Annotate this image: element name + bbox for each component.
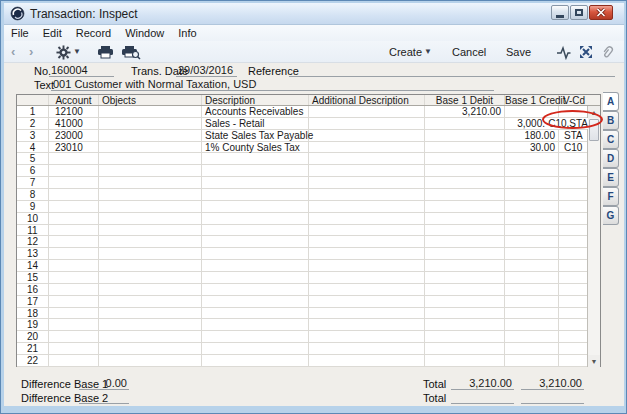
- cell-vcd[interactable]: [559, 331, 589, 343]
- cell-num[interactable]: 12: [17, 236, 49, 248]
- cell-addl[interactable]: [309, 272, 425, 284]
- cell-credit[interactable]: [505, 296, 559, 308]
- cell-description[interactable]: [202, 248, 309, 260]
- menu-item-info[interactable]: Info: [171, 27, 203, 39]
- operations-menu-button[interactable]: ▼: [56, 41, 81, 63]
- cell-num[interactable]: 16: [17, 284, 49, 296]
- side-tab-g[interactable]: G: [603, 206, 619, 225]
- cell-objects[interactable]: [99, 319, 202, 331]
- cell-objects[interactable]: [99, 331, 202, 343]
- cell-num[interactable]: 1: [17, 106, 49, 118]
- cell-account[interactable]: [49, 225, 99, 237]
- cell-credit[interactable]: [505, 165, 559, 177]
- cell-description[interactable]: [202, 284, 309, 296]
- cell-credit[interactable]: [505, 213, 559, 225]
- cell-vcd[interactable]: [559, 236, 589, 248]
- cell-objects[interactable]: [99, 272, 202, 284]
- cell-objects[interactable]: [99, 142, 202, 154]
- cell-account[interactable]: [49, 343, 99, 355]
- header-base1-credit[interactable]: Base 1 Credit: [505, 95, 559, 105]
- cell-addl[interactable]: [309, 260, 425, 272]
- cell-addl[interactable]: [309, 118, 425, 130]
- cell-vcd[interactable]: [559, 296, 589, 308]
- cell-num[interactable]: 11: [17, 225, 49, 237]
- cell-account[interactable]: [49, 213, 99, 225]
- cell-addl[interactable]: [309, 296, 425, 308]
- cell-debit[interactable]: [425, 225, 505, 237]
- cell-objects[interactable]: [99, 153, 202, 165]
- cell-addl[interactable]: [309, 284, 425, 296]
- cell-vcd[interactable]: [559, 189, 589, 201]
- cell-addl[interactable]: [309, 213, 425, 225]
- cell-objects[interactable]: [99, 118, 202, 130]
- cell-objects[interactable]: [99, 343, 202, 355]
- cell-vcd[interactable]: [559, 248, 589, 260]
- menu-item-record[interactable]: Record: [69, 27, 118, 39]
- cell-addl[interactable]: [309, 319, 425, 331]
- cell-addl[interactable]: [309, 355, 425, 367]
- cell-description[interactable]: [202, 260, 309, 272]
- cell-vcd[interactable]: [559, 319, 589, 331]
- cell-credit[interactable]: [505, 248, 559, 260]
- side-tab-c[interactable]: C: [603, 130, 619, 149]
- cell-vcd[interactable]: [559, 308, 589, 320]
- cell-credit[interactable]: 180.00: [505, 130, 559, 142]
- cell-objects[interactable]: [99, 213, 202, 225]
- cell-objects[interactable]: [99, 236, 202, 248]
- cell-num[interactable]: 10: [17, 213, 49, 225]
- reference-input[interactable]: [289, 64, 615, 77]
- cell-debit[interactable]: [425, 142, 505, 154]
- cell-addl[interactable]: [309, 177, 425, 189]
- cell-account[interactable]: 12100: [49, 106, 99, 118]
- cell-num[interactable]: 3: [17, 130, 49, 142]
- cell-debit[interactable]: [425, 201, 505, 213]
- cancel-button[interactable]: Cancel: [452, 41, 486, 63]
- cell-credit[interactable]: [505, 236, 559, 248]
- cell-account[interactable]: [49, 355, 99, 367]
- cell-addl[interactable]: [309, 236, 425, 248]
- cell-num[interactable]: 21: [17, 343, 49, 355]
- scroll-up-button[interactable]: ▲: [588, 106, 600, 118]
- cell-debit[interactable]: 3,210.00: [425, 106, 505, 118]
- back-button[interactable]: ‹: [11, 41, 15, 63]
- cell-account[interactable]: [49, 236, 99, 248]
- cell-num[interactable]: 6: [17, 165, 49, 177]
- cell-account[interactable]: 23010: [49, 142, 99, 154]
- cell-vcd[interactable]: [559, 272, 589, 284]
- scroll-down-button[interactable]: ▼: [588, 355, 600, 367]
- cell-description[interactable]: [202, 153, 309, 165]
- cell-addl[interactable]: [309, 130, 425, 142]
- cell-account[interactable]: [49, 331, 99, 343]
- cell-credit[interactable]: [505, 260, 559, 272]
- cell-vcd[interactable]: [559, 153, 589, 165]
- cell-addl[interactable]: [309, 308, 425, 320]
- cell-description[interactable]: [202, 308, 309, 320]
- cell-debit[interactable]: [425, 343, 505, 355]
- cell-num[interactable]: 22: [17, 355, 49, 367]
- menu-item-edit[interactable]: Edit: [36, 27, 69, 39]
- cell-debit[interactable]: [425, 118, 505, 130]
- cell-objects[interactable]: [99, 165, 202, 177]
- cell-debit[interactable]: [425, 177, 505, 189]
- header-vcd[interactable]: V-Cd: [559, 95, 589, 105]
- cell-account[interactable]: [49, 165, 99, 177]
- cell-description[interactable]: [202, 165, 309, 177]
- cell-objects[interactable]: [99, 296, 202, 308]
- cell-vcd[interactable]: [559, 260, 589, 272]
- cell-debit[interactable]: [425, 153, 505, 165]
- cell-credit[interactable]: [505, 319, 559, 331]
- menu-item-window[interactable]: Window: [118, 27, 171, 39]
- cell-vcd[interactable]: STA: [559, 130, 589, 142]
- cell-num[interactable]: 9: [17, 201, 49, 213]
- cell-credit[interactable]: [505, 272, 559, 284]
- cell-debit[interactable]: [425, 130, 505, 142]
- cell-objects[interactable]: [99, 355, 202, 367]
- cell-debit[interactable]: [425, 213, 505, 225]
- cell-objects[interactable]: [99, 130, 202, 142]
- cell-vcd[interactable]: [559, 355, 589, 367]
- cell-description[interactable]: [202, 213, 309, 225]
- save-button[interactable]: Save: [506, 41, 531, 63]
- header-additional-description[interactable]: Additional Description: [309, 95, 425, 105]
- side-tab-a[interactable]: A: [603, 92, 619, 111]
- header-objects[interactable]: Objects: [99, 95, 202, 105]
